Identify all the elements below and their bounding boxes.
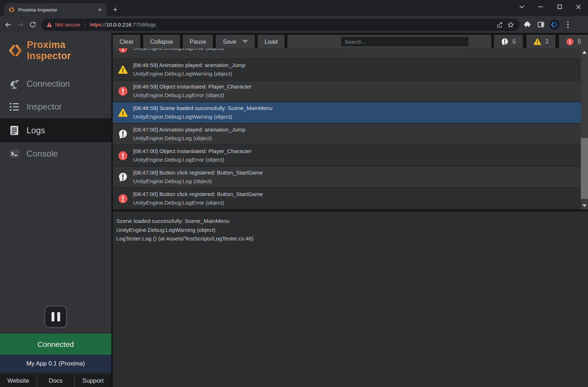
not-secure-chip[interactable]: Not secure [47,22,80,28]
forward-button[interactable] [14,19,26,31]
log-message: [08:47:00] Animation played: animation_J… [133,125,246,134]
log-scrollbar[interactable] [581,48,588,210]
pause-button[interactable]: Pause [183,35,213,48]
tab-search-chevron-icon[interactable] [512,0,531,14]
sidebar-item-label: Inspector [26,102,62,112]
logs-panel: ClearCollapsePauseSaveLoad 638 UnityEngi… [111,33,588,387]
log-trace: UnityEngine.Debug:Log (object) [133,134,246,143]
sidebar-item-label: Connection [26,79,70,89]
save-dropdown-caret-icon[interactable] [242,40,248,43]
log-message: [08:46:59] Animation played: animation_J… [133,61,246,70]
log-trace: UnityEngine.Debug:Log (object) [133,177,263,186]
app-info-bar: My App 0.1 (Proxima) [0,355,111,373]
scrollbar-thumb[interactable] [581,138,588,199]
satellite-icon [9,78,20,89]
info-count-badge[interactable]: 6 [492,35,523,48]
pause-stream-button[interactable] [44,306,67,328]
log-trace: UnityEngine.Debug:LogError (object) [133,199,263,207]
log-trace: UnityEngine.Debug:LogError (object) [133,156,252,164]
log-list: UnityEngine.Debug:LogError (object)[08:4… [113,48,588,210]
log-row[interactable]: [08:47:00] Button click registered: Butt… [113,188,588,210]
log-row[interactable]: UnityEngine.Debug:LogError (object) [113,48,588,59]
error-count-badge[interactable]: 8 [557,35,588,48]
window-close-button[interactable] [569,0,588,14]
browser-menu-icon[interactable] [562,19,574,31]
footer-link-website[interactable]: Website [0,374,37,387]
clear-button[interactable]: Clear [113,35,140,48]
log-row-content: [08:46:59] Object instantiated: Player_C… [113,81,579,101]
sidebar-nav: ConnectionInspectorLogsConsole [0,72,111,165]
url-scheme: https [90,22,102,28]
sidebar-footer: WebsiteDocsSupport [0,374,111,387]
log-row[interactable]: [08:46:59] Animation played: animation_J… [113,59,588,81]
log-row-text: [08:47:00] Button click registered: Butt… [133,168,263,186]
new-tab-button[interactable]: + [110,5,120,15]
sidebar-item-connection[interactable]: Connection [0,72,111,95]
log-message: [08:47:00] Button click registered: Butt… [133,190,263,199]
log-message: [08:46:59] Scene loaded successfully: Sc… [133,104,272,113]
detail-line: LogTester:Log () (at Assets/TestScripts/… [116,234,581,243]
search-input[interactable] [341,37,468,46]
info-icon [118,129,128,139]
proxima-favicon-icon [9,7,15,13]
extensions-puzzle-icon[interactable] [521,19,533,31]
scroll-up-arrow-icon[interactable] [582,51,587,54]
sidebar: Proxima Inspector ConnectionInspectorLog… [0,33,111,387]
warning-icon [118,108,128,118]
log-row-text: [08:46:59] Object instantiated: Player_C… [133,82,252,100]
log-trace: UnityEngine.Debug:LogWarning (object) [133,113,272,121]
log-row-text: [08:47:00] Button click registered: Butt… [133,190,263,207]
connection-status-bar: Connected [0,334,111,355]
warning-icon [118,65,128,75]
browser-tab[interactable]: Proxima Inspector ✕ [4,3,107,16]
error-icon [118,86,128,96]
window-minimize-button[interactable] [531,0,550,14]
button-label: Load [264,38,278,45]
scroll-down-arrow-icon[interactable] [582,204,587,207]
app-logo: Proxima Inspector [9,39,111,62]
log-row[interactable]: [08:46:59] Object instantiated: Player_C… [113,81,588,102]
log-trace: UnityEngine.Debug:LogError (object) [133,48,224,52]
proxima-extension-icon[interactable] [548,19,560,31]
list-icon [9,101,20,112]
log-row[interactable]: [08:47:00] Object instantiated: Player_C… [113,145,588,167]
sidebar-item-inspector[interactable]: Inspector [0,95,111,118]
save-button[interactable]: Save [216,35,255,48]
sidebar-item-label: Logs [26,125,45,135]
log-row-text: UnityEngine.Debug:LogError (object) [133,48,224,52]
log-row[interactable]: [08:47:00] Animation played: animation_J… [113,124,588,145]
url-text: https://10.0.0.216:7759/logs [90,22,156,28]
detail-line: Scene loaded successfully: Scene_MainMen… [116,217,581,226]
log-row[interactable]: [08:46:59] Scene loaded successfully: Sc… [113,102,588,124]
load-button[interactable]: Load [258,35,285,48]
window-maximize-button[interactable] [550,0,569,14]
button-label: Clear [120,38,133,45]
tab-close-icon[interactable]: ✕ [97,6,103,13]
proxima-logo-icon [9,44,22,57]
log-row-text: [08:46:59] Animation played: animation_J… [133,61,246,78]
info-icon [501,38,509,46]
back-button[interactable] [2,19,14,31]
error-icon [566,38,574,46]
log-row-text: [08:46:59] Scene loaded successfully: Sc… [133,104,272,121]
footer-link-docs[interactable]: Docs [37,374,74,387]
warning-count: 3 [545,38,549,46]
log-row[interactable]: [08:47:00] Button click registered: Butt… [113,167,588,188]
side-panel-icon[interactable] [535,19,547,31]
error-count: 8 [578,38,581,46]
button-label: Pause [190,38,206,45]
url-path: :7759/logs [131,22,156,28]
connection-status-label: Connected [38,340,74,349]
sidebar-item-console[interactable]: Console [0,142,111,165]
search-area [287,35,491,48]
warning-icon [534,38,541,46]
detail-line: UnityEngine.Debug:LogWarning (object) [116,226,581,235]
footer-link-support[interactable]: Support [74,374,111,387]
share-icon[interactable] [495,19,505,30]
warning-count-badge[interactable]: 3 [525,35,555,48]
collapse-button[interactable]: Collapse [143,35,180,48]
omnibox[interactable]: Not secure https://10.0.0.216:7759/logs [42,19,520,31]
sidebar-item-logs[interactable]: Logs [0,118,111,142]
bookmark-star-icon[interactable] [505,19,516,30]
reload-button[interactable] [26,19,39,31]
